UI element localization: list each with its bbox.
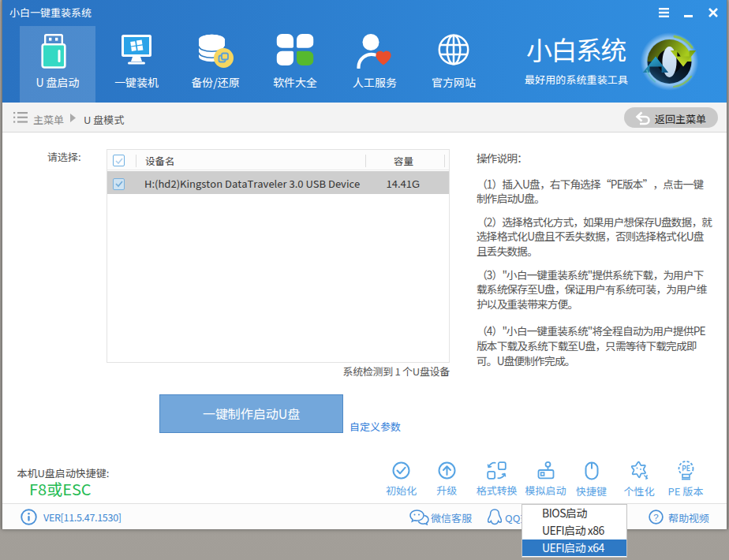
svg-text:PE: PE bbox=[682, 463, 690, 472]
svg-text:?: ? bbox=[653, 510, 658, 523]
